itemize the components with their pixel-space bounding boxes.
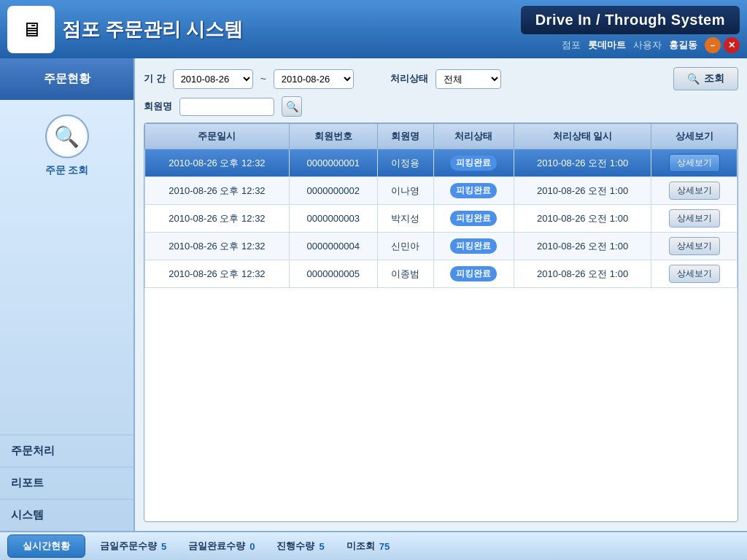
table-body: 2010-08-26 오후 12:320000000001이정용피킹완료2010…: [145, 149, 738, 288]
detail-button[interactable]: 상세보기: [669, 209, 720, 228]
in-progress-label: 진행수량: [276, 540, 314, 553]
user-label: 사용자: [633, 39, 662, 52]
header-left: 🖥 점포 주문관리 시스템: [7, 6, 243, 53]
in-progress-value: 5: [319, 541, 324, 552]
table-row[interactable]: 2010-08-26 오후 12:320000000004신민아피킹완료2010…: [145, 233, 738, 260]
daily-complete-label: 금일완료수량: [188, 540, 245, 553]
header: 🖥 점포 주문관리 시스템 Drive In / Through System …: [0, 0, 747, 58]
close-button[interactable]: ✕: [724, 37, 740, 53]
cell-status-date: 2010-08-26 오전 1:00: [514, 260, 651, 288]
cell-member-name: 이나영: [377, 177, 434, 205]
cell-detail[interactable]: 상세보기: [651, 260, 738, 288]
cell-status: 피킹완료: [434, 149, 514, 177]
sidebar-item-report[interactable]: 리포트: [0, 467, 133, 499]
status-select[interactable]: 전체 피킹완료 진행중 미조회: [436, 69, 501, 89]
system-title: Drive In / Through System: [521, 6, 740, 34]
app-title: 점포 주문관리 시스템: [62, 17, 243, 42]
date-to-select[interactable]: 2010-08-26: [274, 69, 354, 89]
cell-order-date: 2010-08-26 오후 12:32: [145, 233, 290, 260]
table-row[interactable]: 2010-08-26 오후 12:320000000001이정용피킹완료2010…: [145, 149, 738, 177]
detail-button[interactable]: 상세보기: [669, 265, 720, 283]
daily-complete-value: 0: [249, 541, 255, 552]
cell-order-date: 2010-08-26 오후 12:32: [145, 177, 290, 205]
user-info-row: 점포 롯데마트 사용자 홍길동 – ✕: [562, 37, 740, 53]
col-detail: 상세보기: [651, 124, 738, 149]
cell-order-date: 2010-08-26 오후 12:32: [145, 149, 290, 177]
sidebar-item-system[interactable]: 시스템: [0, 499, 133, 531]
search-icon: 🔍: [687, 73, 700, 85]
orders-table: 주문일시 회원번호 회원명 처리상태 처리상태 일시 상세보기 2010-08-…: [144, 123, 738, 288]
search-button[interactable]: 🔍 조회: [673, 67, 738, 90]
sidebar-order-area[interactable]: 🔍 주문 조회: [0, 100, 133, 435]
data-table-wrapper: 주문일시 회원번호 회원명 처리상태 처리상태 일시 상세보기 2010-08-…: [144, 122, 738, 522]
cell-member-name: 이정용: [377, 149, 434, 177]
status-badge: 피킹완료: [450, 183, 497, 198]
col-status-date: 처리상태 일시: [514, 124, 651, 149]
cell-detail[interactable]: 상세보기: [651, 205, 738, 233]
cell-member-name: 박지성: [377, 205, 434, 233]
cell-member-no: 0000000002: [289, 177, 377, 205]
cell-member-no: 0000000001: [289, 149, 377, 177]
col-member-name: 회원명: [377, 124, 434, 149]
tilde: ~: [260, 73, 266, 85]
cell-order-date: 2010-08-26 오후 12:32: [145, 260, 290, 288]
cell-status: 피킹완료: [434, 177, 514, 205]
daily-orders-label: 금일주문수량: [100, 540, 157, 553]
cell-status-date: 2010-08-26 오전 1:00: [514, 205, 651, 233]
cell-order-date: 2010-08-26 오후 12:32: [145, 205, 290, 233]
table-row[interactable]: 2010-08-26 오후 12:320000000003박지성피킹완료2010…: [145, 205, 738, 233]
minimize-button[interactable]: –: [705, 37, 721, 53]
sidebar-bottom: 주문처리 리포트 시스템: [0, 435, 133, 531]
cell-detail[interactable]: 상세보기: [651, 233, 738, 260]
cell-member-no: 0000000005: [289, 260, 377, 288]
detail-button[interactable]: 상세보기: [669, 154, 720, 172]
footer-stat-daily-orders: 금일주문수량 5: [100, 540, 166, 553]
status-filter-label: 처리상태: [390, 72, 428, 85]
cell-member-name: 이종범: [377, 260, 434, 288]
status-badge: 피킹완료: [450, 155, 497, 171]
user-name: 홍길동: [669, 39, 697, 52]
realtime-status-button[interactable]: 실시간현황: [7, 534, 85, 558]
filter-row-2: 회원명 🔍: [144, 96, 738, 117]
main-layout: 주문현황 🔍 주문 조회 주문처리 리포트 시스템 기 간 2010-08-26…: [0, 58, 747, 531]
cell-detail[interactable]: 상세보기: [651, 177, 738, 205]
footer-stat-daily-complete: 금일완료수량 0: [188, 540, 255, 553]
cell-detail[interactable]: 상세보기: [651, 149, 738, 177]
col-member-no: 회원번호: [289, 124, 377, 149]
table-row[interactable]: 2010-08-26 오후 12:320000000002이나영피킹완료2010…: [145, 177, 738, 205]
footer: 실시간현황 금일주문수량 5 금일완료수량 0 진행수량 5 미조회 75: [0, 531, 747, 560]
footer-stat-in-progress: 진행수량 5: [276, 540, 324, 553]
cell-member-no: 0000000004: [289, 233, 377, 260]
status-badge: 피킹완료: [450, 238, 497, 254]
member-label: 회원명: [144, 100, 172, 113]
cell-status-date: 2010-08-26 오전 1:00: [514, 177, 651, 205]
search-icon-small: 🔍: [286, 101, 298, 112]
sidebar: 주문현황 🔍 주문 조회 주문처리 리포트 시스템: [0, 58, 135, 531]
window-controls: – ✕: [705, 37, 740, 53]
period-label: 기 간: [144, 72, 166, 85]
unviewed-value: 75: [379, 541, 390, 552]
date-from-select[interactable]: 2010-08-26: [173, 69, 253, 89]
table-row[interactable]: 2010-08-26 오후 12:320000000005이종범피킹완료2010…: [145, 260, 738, 288]
sidebar-item-order-processing[interactable]: 주문처리: [0, 435, 133, 467]
cell-status: 피킹완료: [434, 205, 514, 233]
cell-member-name: 신민아: [377, 233, 434, 260]
cell-status-date: 2010-08-26 오전 1:00: [514, 149, 651, 177]
detail-button[interactable]: 상세보기: [669, 182, 720, 200]
col-status: 처리상태: [434, 124, 514, 149]
detail-button[interactable]: 상세보기: [669, 237, 720, 255]
header-right: Drive In / Through System 점포 롯데마트 사용자 홍길…: [521, 6, 740, 53]
sidebar-section-title: 주문현황: [7, 66, 126, 93]
member-search-input[interactable]: [179, 98, 274, 116]
daily-orders-value: 5: [161, 541, 166, 552]
member-search-button[interactable]: 🔍: [282, 96, 302, 117]
store-name: 롯데마트: [588, 39, 626, 52]
unviewed-label: 미조회: [347, 540, 375, 553]
filter-row-1: 기 간 2010-08-26 ~ 2010-08-26 처리상태 전체 피킹완료…: [144, 67, 738, 90]
table-header: 주문일시 회원번호 회원명 처리상태 처리상태 일시 상세보기: [145, 124, 738, 149]
col-order-date: 주문일시: [145, 124, 290, 149]
cell-status-date: 2010-08-26 오전 1:00: [514, 233, 651, 260]
sidebar-top: 주문현황: [0, 58, 133, 100]
store-label: 점포: [562, 39, 581, 52]
status-badge: 피킹완료: [450, 211, 497, 226]
